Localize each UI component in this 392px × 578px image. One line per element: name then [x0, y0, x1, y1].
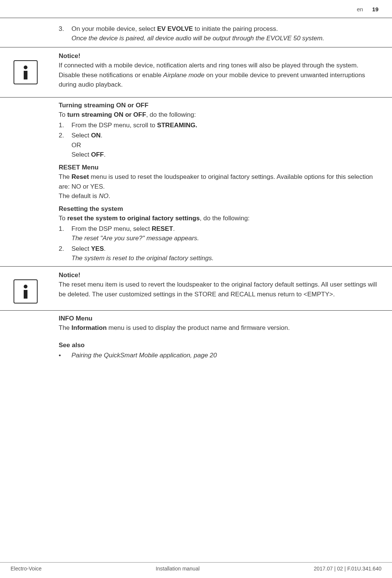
see-also-text: Pairing the QuickSmart Mobile applicatio… — [71, 351, 217, 360]
streaming-title: Turning streaming ON or OFF — [59, 101, 381, 110]
s2f: . — [104, 151, 106, 158]
s2a: Select — [71, 132, 91, 139]
header-lang: en — [357, 6, 363, 12]
s2e: OFF — [91, 151, 104, 158]
resetting-intro-b: reset the system to original factory set… — [67, 215, 200, 222]
step-number: 3. — [59, 24, 71, 43]
resetting-intro: To reset the system to original factory … — [59, 214, 381, 223]
stream-step-2: 2. Select ON. OR Select OFF. — [59, 131, 381, 160]
notice-block-1: Notice! If connected with a mobile devic… — [0, 47, 392, 93]
rs2c: . — [104, 245, 106, 252]
notice-title: Notice! — [59, 51, 381, 61]
page-number: 19 — [372, 6, 378, 12]
notice-text: Notice! The reset menu item is used to r… — [59, 270, 381, 303]
step-text: On your mobile device, select EV EVOLVE … — [71, 24, 381, 43]
step3-result: Once the device is paired, all device au… — [71, 34, 381, 43]
step-text: Select ON. OR Select OFF. — [71, 131, 381, 160]
notice-text: Notice! If connected with a mobile devic… — [59, 51, 381, 90]
step-3: 3. On your mobile device, select EV EVOL… — [59, 24, 381, 43]
step3-bold: EV EVOLVE — [157, 25, 193, 32]
info-menu-title: INFO Menu — [59, 314, 381, 323]
info-icon — [14, 60, 38, 84]
stream-intro-b: turn streaming ON or OFF — [67, 111, 146, 118]
rs1a: From the DSP menu, select — [71, 225, 152, 232]
step-text: From the DSP menu, scroll to STREAMING. — [71, 120, 381, 130]
notice1-p2i: Airplane mode — [163, 72, 205, 79]
step-number: 1. — [59, 224, 71, 243]
document-page: en 19 3. On your mobile device, select E… — [0, 0, 392, 578]
s2b: ON — [91, 132, 101, 139]
reset-p2i: NO — [99, 192, 109, 200]
notice-block-2: Notice! The reset menu item is used to r… — [0, 267, 392, 307]
resetting-title: Resetting the system — [59, 204, 381, 214]
streaming-section: Turning streaming ON or OFF To turn stre… — [59, 101, 381, 263]
reset-p1a: The — [59, 173, 71, 180]
s2c: . — [100, 132, 102, 139]
resetting-step-1: 1. From the DSP menu, select RESET. The … — [59, 224, 381, 243]
streaming-intro: To turn streaming ON or OFF, do the foll… — [59, 110, 381, 120]
streaming-steps: 1. From the DSP menu, scroll to STREAMIN… — [59, 120, 381, 160]
footer-right: 2017.07 | 02 | F.01U.341.640 — [314, 565, 381, 573]
footer-left: Electro-Voice — [11, 565, 41, 573]
step3-text-a: On your mobile device, select — [71, 25, 157, 32]
reset-p2a: The default is — [59, 192, 99, 200]
reset-p1c: menu is used to reset the loudspeaker to… — [59, 173, 373, 190]
divider — [0, 97, 392, 98]
info-p-c: menu is used to display the product name… — [107, 324, 290, 331]
rs2i: The system is reset to the original fact… — [71, 253, 381, 263]
footer-center: Installation manual — [156, 565, 200, 573]
svg-point-2 — [24, 285, 27, 288]
notice1-p1: If connected with a mobile device, notif… — [59, 61, 381, 70]
stream-step-1: 1. From the DSP menu, scroll to STREAMIN… — [59, 120, 381, 130]
info-icon — [14, 279, 38, 303]
info-p-a: The — [59, 324, 71, 331]
rs1c: . — [173, 225, 175, 232]
info-p-b: Information — [71, 324, 107, 331]
notice2-body: The reset menu item is used to revert th… — [59, 280, 381, 299]
rs2a: Select — [71, 245, 91, 252]
svg-point-0 — [24, 66, 27, 69]
resetting-intro-c: , do the following: — [200, 215, 249, 222]
step-number: 2. — [59, 131, 71, 160]
resetting-steps: 1. From the DSP menu, select RESET. The … — [59, 224, 381, 263]
notice1-p2a: Disable these notifications or enable — [59, 72, 163, 79]
notice-icon-column — [11, 51, 59, 90]
see-also-item: • Pairing the QuickSmart Mobile applicat… — [59, 351, 381, 360]
reset-p1b: Reset — [71, 173, 89, 180]
svg-rect-3 — [24, 290, 27, 299]
stream-intro-c: , do the following: — [146, 111, 196, 118]
resetting-intro-a: To — [59, 215, 67, 222]
step-number: 2. — [59, 244, 71, 263]
step-number: 1. — [59, 120, 71, 130]
resetting-step-2: 2. Select YES. The system is reset to th… — [59, 244, 381, 263]
reset-p1: The Reset menu is used to reset the loud… — [59, 172, 381, 191]
s1a: From the DSP menu, scroll to — [71, 122, 157, 129]
page-footer: Electro-Voice Installation manual 2017.0… — [0, 562, 392, 573]
notice-title: Notice! — [59, 270, 381, 280]
divider — [0, 310, 392, 311]
step-3-block: 3. On your mobile device, select EV EVOL… — [59, 24, 381, 43]
rs1i: The reset "Are you sure?" message appear… — [71, 233, 381, 243]
notice1-p2: Disable these notifications or enable Ai… — [59, 70, 381, 90]
notice-icon-column — [11, 270, 59, 303]
stream-intro-a: To — [59, 111, 67, 118]
rs1b: RESET — [152, 225, 173, 232]
info-p: The Information menu is used to display … — [59, 323, 381, 333]
reset-p2b: . — [108, 192, 110, 200]
bullet: • — [59, 351, 71, 360]
s2or: OR — [71, 140, 381, 150]
svg-rect-1 — [24, 71, 27, 79]
reset-p2: The default is NO. — [59, 191, 381, 201]
step-text: From the DSP menu, select RESET. The res… — [71, 224, 381, 243]
reset-menu-title: RESET Menu — [59, 163, 381, 172]
s2-off: Select OFF. — [71, 150, 381, 160]
rs2b: YES — [91, 245, 104, 252]
s2d: Select — [71, 151, 91, 158]
step-text: Select YES. The system is reset to the o… — [71, 244, 381, 263]
s1b: STREAMING. — [157, 122, 197, 129]
page-header: en 19 — [0, 0, 392, 18]
see-also-title: See also — [59, 340, 381, 350]
step3-text-post: to initiate the pairing process. — [193, 25, 278, 32]
info-section: INFO Menu The Information menu is used t… — [59, 314, 381, 360]
